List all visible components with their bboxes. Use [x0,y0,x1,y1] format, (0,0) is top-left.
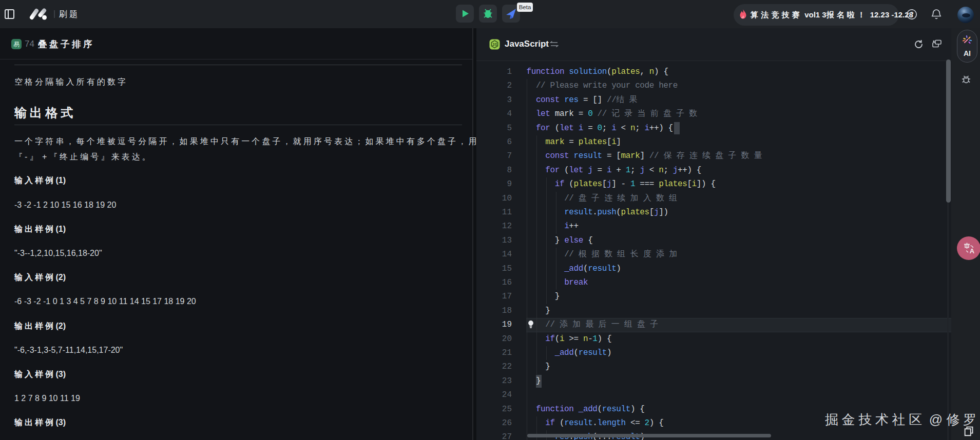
svg-text:?: ? [910,11,914,18]
svg-text:JS: JS [492,42,497,47]
svg-text:A: A [970,247,975,255]
